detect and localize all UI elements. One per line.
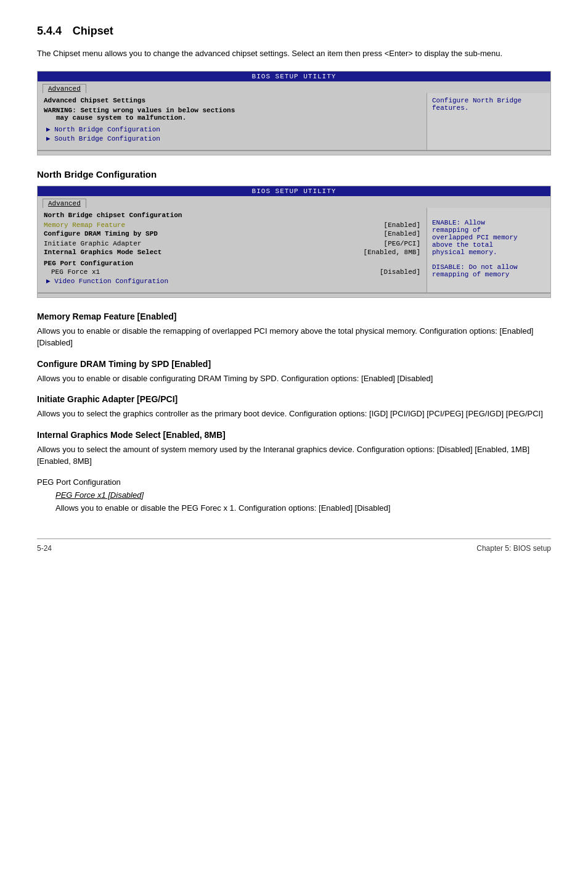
bios-row-initiate: Initiate Graphic Adapter [PEG/PCI] [44,240,420,247]
bios-titlebar-1: BIOS SETUP UTILITY [38,72,550,81]
bios-peg-section-label: PEG Port Configuration [44,260,420,267]
bios-row-memory-remap: Memory Remap Feature [Enabled] [44,221,420,229]
bios-sidebar-1: Configure North Bridge features. [427,93,550,150]
bios-row-label-dram: Configure DRAM Timing by SPD [44,230,158,237]
bios-tab-2[interactable]: Advanced [43,199,86,208]
peg-config-label: PEG Port Configuration [37,477,551,487]
bios-box-2: BIOS SETUP UTILITY Advanced North Bridge… [37,186,551,298]
bios-row-value-initiate: [PEG/PCI] [384,240,420,247]
peg-subitem-title: PEG Force x1 [Disabled] [55,490,551,500]
bios-sidebar-2: ENABLE: Allow remapping of overlapped PC… [427,208,550,292]
bios-menu-item-north[interactable]: North Bridge Configuration [44,125,420,133]
section-number: 5.4.4 [37,25,62,37]
bios-row-peg-force: PEG Force x1 [Disabled] [44,268,420,276]
feature-body-4: Allows you to select the amount of syste… [37,444,551,468]
bios-main-heading-2: North Bridge chipset Configuration [44,212,420,219]
bios-main-heading-1: Advanced Chipset Settings [44,97,420,104]
bios-row-value-igm: [Enabled, 8MB] [364,249,420,256]
bios-row-label-initiate: Initiate Graphic Adapter [44,240,141,247]
feature-body-1: Allows you to enable or disable the rema… [37,325,551,349]
feature-heading-1: Memory Remap Feature [Enabled] [37,311,551,321]
peg-subitem-body: Allows you to enable or disable the PEG … [55,502,551,514]
section-header: 5.4.4 Chipset [37,25,551,38]
bios-row-label-igm: Internal Graphics Mode Select [44,249,161,256]
footer-page-number: 5-24 [37,544,52,553]
section-title: Chipset [73,25,113,37]
section-intro: The Chipset menu allows you to change th… [37,47,551,60]
feature-body-2: Allows you to enable or disable configur… [37,373,551,385]
bios-menu-item-video[interactable]: Video Function Configuration [44,277,420,285]
feature-heading-4: Internal Graphics Mode Select [Enabled, … [37,430,551,440]
bios-row-value-peg-force: [Disabled] [380,268,420,276]
bios-titlebar-2: BIOS SETUP UTILITY [38,186,550,196]
bios-row-label-peg-force: PEG Force x1 [51,268,100,276]
bios-menu-item-south[interactable]: South Bridge Configuration [44,134,420,142]
bios-tab-1[interactable]: Advanced [43,84,86,93]
footer-chapter: Chapter 5: BIOS setup [476,544,551,553]
bios-row-label-memory-remap: Memory Remap Feature [44,221,125,229]
page-footer: 5-24 Chapter 5: BIOS setup [37,538,551,553]
subsection-north-bridge: North Bridge Configuration [37,169,551,179]
feature-heading-3: Initiate Graphic Adapter [PEG/PCI] [37,394,551,404]
bios-box-1: BIOS SETUP UTILITY Advanced Advanced Chi… [37,71,551,155]
bios-row-value-memory-remap: [Enabled] [384,221,420,229]
bios-warning-1: WARNING: Setting wrong values in below s… [44,107,420,122]
feature-body-3: Allows you to select the graphics contro… [37,408,551,420]
bios-row-value-dram: [Enabled] [384,230,420,237]
bios-row-igm: Internal Graphics Mode Select [Enabled, … [44,249,420,256]
feature-heading-2: Configure DRAM Timing by SPD [Enabled] [37,359,551,369]
bios-row-dram: Configure DRAM Timing by SPD [Enabled] [44,230,420,237]
